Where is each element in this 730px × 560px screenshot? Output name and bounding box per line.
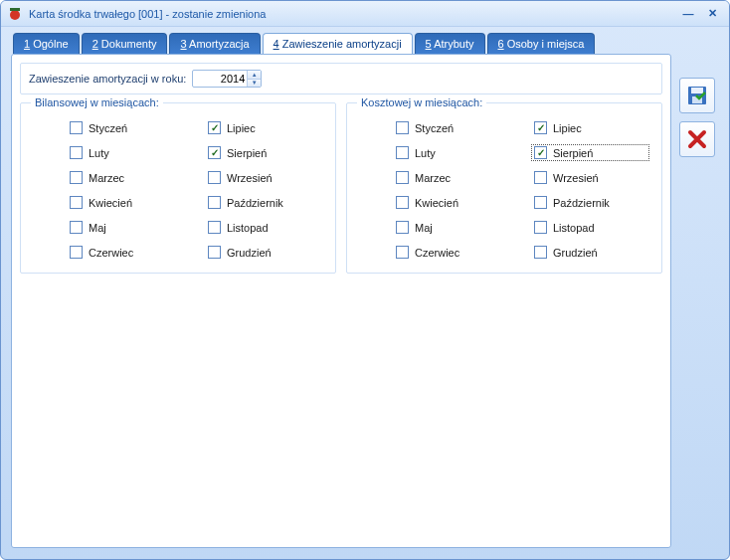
month-label: Listopad <box>553 222 595 234</box>
group-koszt-legend: Kosztowej w miesiącach: <box>357 96 486 108</box>
month-label: Marzec <box>415 172 451 184</box>
tab-bar: 1 Ogólne2 Dokumenty3 Amortyzacja4 Zawies… <box>1 27 729 54</box>
koszt-month-maj[interactable]: Maj <box>393 219 511 236</box>
group-koszt: Kosztowej w miesiącach: StyczeńLipiecLut… <box>346 102 662 274</box>
bilans-month-lipiec[interactable]: Lipiec <box>205 119 323 136</box>
checkbox-icon <box>396 121 409 134</box>
bilans-month-czerwiec[interactable]: Czerwiec <box>67 244 185 261</box>
window: Karta środka trwałego [001] - zostanie z… <box>0 0 730 560</box>
month-label: Marzec <box>89 172 124 184</box>
svg-rect-1 <box>10 8 20 11</box>
cancel-button[interactable] <box>679 121 715 157</box>
month-label: Październik <box>227 197 283 209</box>
checkbox-icon <box>208 171 221 184</box>
koszt-month-styczeń[interactable]: Styczeń <box>393 119 511 136</box>
koszt-month-listopad[interactable]: Listopad <box>531 219 649 236</box>
koszt-month-lipiec[interactable]: Lipiec <box>531 119 649 136</box>
floppy-icon <box>686 85 708 106</box>
tab-4[interactable]: 4 Zawieszenie amortyzacji <box>263 33 413 54</box>
checkbox-icon <box>396 196 409 209</box>
year-row: Zawieszenie amortyzacji w roku: ▲ ▼ <box>20 63 662 94</box>
checkbox-icon <box>70 196 83 209</box>
month-label: Styczeń <box>415 122 454 134</box>
app-icon <box>7 6 23 22</box>
year-spin-down[interactable]: ▼ <box>247 80 261 88</box>
window-title: Karta środka trwałego [001] - zostanie z… <box>29 8 675 20</box>
bilans-month-styczeń[interactable]: Styczeń <box>67 119 185 136</box>
checkbox-icon <box>534 146 547 159</box>
bilans-month-wrzesień[interactable]: Wrzesień <box>205 169 323 186</box>
month-label: Maj <box>89 222 106 234</box>
year-label: Zawieszenie amortyzacji w roku: <box>29 73 186 85</box>
month-label: Luty <box>89 147 109 159</box>
group-bilans: Bilansowej w miesiącach: StyczeńLipiecLu… <box>20 102 336 274</box>
koszt-month-październik[interactable]: Październik <box>531 194 649 211</box>
checkbox-icon <box>208 121 221 134</box>
checkbox-icon <box>396 146 409 159</box>
koszt-month-sierpień[interactable]: Sierpień <box>531 144 649 161</box>
month-label: Grudzień <box>553 247 598 259</box>
bilans-month-październik[interactable]: Październik <box>205 194 323 211</box>
checkbox-icon <box>70 221 83 234</box>
content-panel: Zawieszenie amortyzacji w roku: ▲ ▼ Bila… <box>11 54 671 548</box>
close-window-button[interactable]: ✕ <box>701 5 723 23</box>
koszt-month-grudzień[interactable]: Grudzień <box>531 244 649 261</box>
month-label: Czerwiec <box>89 247 133 259</box>
titlebar: Karta środka trwałego [001] - zostanie z… <box>1 1 729 27</box>
groups-row: Bilansowej w miesiącach: StyczeńLipiecLu… <box>20 102 662 274</box>
month-label: Luty <box>415 147 436 159</box>
bilans-month-sierpień[interactable]: Sierpień <box>205 144 323 161</box>
checkbox-icon <box>70 246 83 259</box>
checkbox-icon <box>208 146 221 159</box>
tab-6[interactable]: 6 Osoby i miejsca <box>487 33 596 54</box>
month-label: Wrzesień <box>227 172 273 184</box>
month-label: Kwiecień <box>415 197 458 209</box>
side-buttons <box>679 54 719 548</box>
tab-1[interactable]: 1 Ogólne <box>13 33 80 54</box>
checkbox-icon <box>534 221 547 234</box>
checkbox-icon <box>534 121 547 134</box>
month-label: Lipiec <box>227 122 256 134</box>
koszt-month-kwiecień[interactable]: Kwiecień <box>393 194 511 211</box>
checkbox-icon <box>70 121 83 134</box>
tab-2[interactable]: 2 Dokumenty <box>82 33 168 54</box>
checkbox-icon <box>396 171 409 184</box>
koszt-month-luty[interactable]: Luty <box>393 144 511 161</box>
main-row: Zawieszenie amortyzacji w roku: ▲ ▼ Bila… <box>1 54 729 558</box>
svg-point-0 <box>10 10 20 20</box>
koszt-month-czerwiec[interactable]: Czerwiec <box>393 244 511 261</box>
minimize-button[interactable]: — <box>677 5 699 23</box>
bilans-month-maj[interactable]: Maj <box>67 219 185 236</box>
year-spinner: ▲ ▼ <box>192 70 262 88</box>
koszt-month-marzec[interactable]: Marzec <box>393 169 511 186</box>
bilans-month-kwiecień[interactable]: Kwiecień <box>67 194 185 211</box>
month-label: Grudzień <box>227 247 272 259</box>
checkbox-icon <box>208 221 221 234</box>
month-label: Sierpień <box>553 147 593 159</box>
year-spin-buttons: ▲ ▼ <box>247 71 261 87</box>
x-icon <box>687 129 707 149</box>
svg-rect-3 <box>691 88 703 93</box>
month-label: Kwiecień <box>89 197 132 209</box>
bilans-month-luty[interactable]: Luty <box>67 144 185 161</box>
tab-3[interactable]: 3 Amortyzacja <box>169 33 260 54</box>
month-label: Lipiec <box>553 122 582 134</box>
month-label: Czerwiec <box>415 247 459 259</box>
checkbox-icon <box>70 146 83 159</box>
checkbox-icon <box>208 246 221 259</box>
checkbox-icon <box>534 246 547 259</box>
bilans-month-listopad[interactable]: Listopad <box>205 219 323 236</box>
month-label: Maj <box>415 222 433 234</box>
save-button[interactable] <box>679 78 715 113</box>
koszt-month-wrzesień[interactable]: Wrzesień <box>531 169 649 186</box>
tab-5[interactable]: 5 Atrybuty <box>415 33 485 54</box>
checkbox-icon <box>208 196 221 209</box>
bilans-month-grudzień[interactable]: Grudzień <box>205 244 323 261</box>
month-label: Październik <box>553 197 610 209</box>
year-spin-up[interactable]: ▲ <box>247 71 261 80</box>
month-label: Wrzesień <box>553 172 599 184</box>
checkbox-icon <box>534 196 547 209</box>
months-grid-koszt: StyczeńLipiecLutySierpieńMarzecWrzesieńK… <box>359 113 649 261</box>
bilans-month-marzec[interactable]: Marzec <box>67 169 185 186</box>
checkbox-icon <box>70 171 83 184</box>
